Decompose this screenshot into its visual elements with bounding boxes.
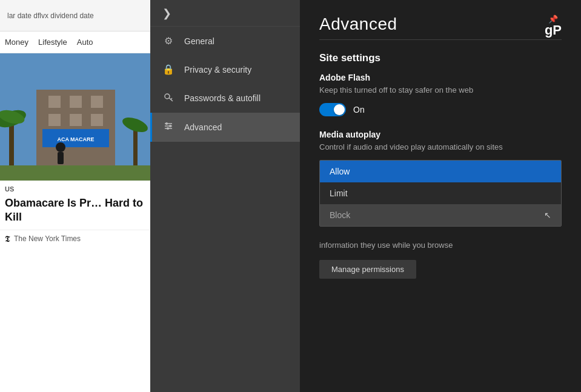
toggle-state-label: On	[353, 105, 365, 115]
address-bar: lar date dflvx dividend date	[0, 0, 150, 32]
adobe-flash-toggle[interactable]	[319, 103, 346, 116]
svg-text:ACA MACARE: ACA MACARE	[57, 136, 94, 142]
browser-content: lar date dflvx dividend date Money Lifes…	[0, 0, 150, 392]
dropdown-option-allow[interactable]: Allow	[320, 161, 561, 182]
nav-cat-lifestyle[interactable]: Lifestyle	[36, 38, 70, 47]
gear-icon: ⚙	[162, 35, 174, 47]
dropdown-options-list: Allow Limit Block ↖	[319, 160, 562, 227]
svg-point-24	[169, 125, 171, 127]
svg-point-22	[165, 122, 168, 125]
panel-divider	[319, 39, 562, 40]
settings-panel: Advanced 📌 gP Site settings Adobe Flash …	[300, 0, 581, 392]
adobe-flash-label: Adobe Flash	[319, 73, 562, 82]
media-autoplay-label: Media autoplay	[319, 130, 562, 139]
article-illustration: ACA MACARE	[0, 53, 150, 181]
svg-point-16	[56, 142, 65, 152]
svg-rect-17	[58, 152, 64, 164]
dropdown-option-block[interactable]: Block ↖	[320, 204, 561, 226]
gp-logo-text: gP	[545, 24, 562, 37]
svg-line-20	[171, 98, 172, 99]
chevron-right-icon: ❯	[162, 7, 171, 20]
sidebar-item-privacy[interactable]: 🔒 Privacy & security	[150, 55, 300, 84]
sidebar-item-privacy-label: Privacy & security	[184, 65, 251, 75]
manage-permissions-button[interactable]: Manage permissions	[319, 260, 416, 279]
sliders-icon	[162, 121, 174, 133]
media-autoplay-desc: Control if audio and video play automati…	[319, 142, 562, 153]
article-tag: US	[0, 181, 150, 194]
toggle-row: On	[319, 103, 562, 116]
sidebar-item-general[interactable]: ⚙ General	[150, 27, 300, 55]
panel-title: Advanced	[319, 15, 397, 34]
key-icon	[162, 92, 174, 104]
sidebar-item-general-label: General	[184, 36, 214, 46]
svg-rect-5	[48, 114, 61, 126]
svg-rect-6	[70, 114, 82, 126]
nav-cat-auto[interactable]: Auto	[75, 38, 96, 47]
article-source: 𝕿 The New York Times	[0, 230, 150, 249]
svg-rect-2	[48, 96, 61, 108]
panel-header: Advanced 📌 gP	[319, 15, 562, 37]
toggle-thumb	[334, 104, 345, 115]
sidebar-item-advanced[interactable]: Advanced	[150, 113, 300, 142]
svg-point-26	[167, 127, 169, 130]
nav-cat-money[interactable]: Money	[2, 38, 31, 47]
nav-categories: Money Lifestyle Auto	[0, 32, 150, 53]
media-autoplay-group: Media autoplay Control if audio and vide…	[319, 130, 562, 227]
sidebar-item-advanced-label: Advanced	[184, 122, 222, 132]
article-title[interactable]: Obamacare Is Pr… Hard to Kill	[0, 194, 150, 230]
adobe-flash-desc: Keep this turned off to stay safer on th…	[319, 85, 562, 96]
adobe-flash-group: Adobe Flash Keep this turned off to stay…	[319, 73, 562, 116]
nyt-logo-icon: 𝕿	[5, 234, 10, 244]
svg-rect-7	[91, 114, 103, 126]
svg-rect-3	[70, 96, 82, 108]
address-text: lar date dflvx dividend date	[7, 12, 94, 20]
dropdown-option-limit[interactable]: Limit	[320, 182, 561, 204]
autoplay-dropdown[interactable]: Allow Limit Block ↖	[319, 160, 562, 227]
lock-icon: 🔒	[162, 64, 174, 75]
partial-description-text: information they use while you browse	[319, 240, 562, 251]
section-title: Site settings	[319, 52, 562, 64]
article-image: ACA MACARE	[0, 53, 150, 181]
source-name: The New York Times	[14, 234, 81, 243]
sidebar-item-passwords-label: Passwords & autofill	[184, 93, 261, 103]
sidebar-item-passwords[interactable]: Passwords & autofill	[150, 84, 300, 113]
svg-point-18	[165, 94, 170, 99]
sidebar-back-button[interactable]: ❯	[150, 0, 300, 27]
gp-logo: 📌 gP	[545, 15, 562, 37]
mouse-cursor-icon: ↖	[544, 210, 551, 220]
svg-rect-4	[91, 96, 103, 108]
settings-sidebar: ❯ ⚙ General 🔒 Privacy & security Passwor…	[150, 0, 300, 392]
svg-rect-15	[0, 165, 150, 181]
